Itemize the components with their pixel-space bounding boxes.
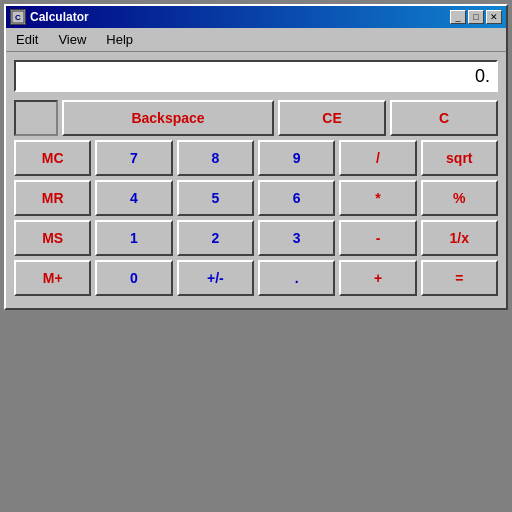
button-row-4: MS 1 2 3 - 1/x: [14, 220, 498, 256]
mr-button[interactable]: MR: [14, 180, 91, 216]
backspace-button[interactable]: Backspace: [62, 100, 274, 136]
calculator-window: C Calculator _ □ ✕ Edit View Help 0. Bac…: [4, 4, 508, 310]
c-button[interactable]: C: [390, 100, 498, 136]
n4-button[interactable]: 4: [95, 180, 172, 216]
n6-button[interactable]: 6: [258, 180, 335, 216]
ce-button[interactable]: CE: [278, 100, 386, 136]
mplus-button[interactable]: M+: [14, 260, 91, 296]
title-bar: C Calculator _ □ ✕: [6, 6, 506, 28]
mc-button[interactable]: MC: [14, 140, 91, 176]
calc-body: 0. Backspace CE C MC 7 8 9 / sqrt MR 4 5…: [6, 52, 506, 308]
menu-bar: Edit View Help: [6, 28, 506, 52]
restore-button[interactable]: □: [468, 10, 484, 24]
n2-button[interactable]: 2: [177, 220, 254, 256]
minimize-button[interactable]: _: [450, 10, 466, 24]
div-button[interactable]: /: [339, 140, 416, 176]
n0-button[interactable]: 0: [95, 260, 172, 296]
display: 0.: [14, 60, 498, 92]
memory-indicator-box: [14, 100, 58, 136]
sqrt-button[interactable]: sqrt: [421, 140, 498, 176]
menu-view[interactable]: View: [52, 30, 92, 49]
inv-button[interactable]: 1/x: [421, 220, 498, 256]
dot-button[interactable]: .: [258, 260, 335, 296]
button-row-2: MC 7 8 9 / sqrt: [14, 140, 498, 176]
display-value: 0.: [475, 66, 490, 87]
menu-edit[interactable]: Edit: [10, 30, 44, 49]
minus-button[interactable]: -: [339, 220, 416, 256]
pct-button[interactable]: %: [421, 180, 498, 216]
n7-button[interactable]: 7: [95, 140, 172, 176]
button-row-1: Backspace CE C: [14, 100, 498, 136]
n8-button[interactable]: 8: [177, 140, 254, 176]
close-button[interactable]: ✕: [486, 10, 502, 24]
n5-button[interactable]: 5: [177, 180, 254, 216]
n1-button[interactable]: 1: [95, 220, 172, 256]
equals-button[interactable]: =: [421, 260, 498, 296]
mul-button[interactable]: *: [339, 180, 416, 216]
n3-button[interactable]: 3: [258, 220, 335, 256]
window-title: Calculator: [30, 10, 89, 24]
plus-button[interactable]: +: [339, 260, 416, 296]
n9-button[interactable]: 9: [258, 140, 335, 176]
window-controls: _ □ ✕: [450, 10, 502, 24]
sign-button[interactable]: +/-: [177, 260, 254, 296]
button-row-3: MR 4 5 6 * %: [14, 180, 498, 216]
menu-help[interactable]: Help: [100, 30, 139, 49]
button-row-5: M+ 0 +/- . + =: [14, 260, 498, 296]
svg-text:C: C: [15, 13, 21, 22]
app-icon: C: [10, 9, 26, 25]
title-bar-left: C Calculator: [10, 9, 89, 25]
ms-button[interactable]: MS: [14, 220, 91, 256]
